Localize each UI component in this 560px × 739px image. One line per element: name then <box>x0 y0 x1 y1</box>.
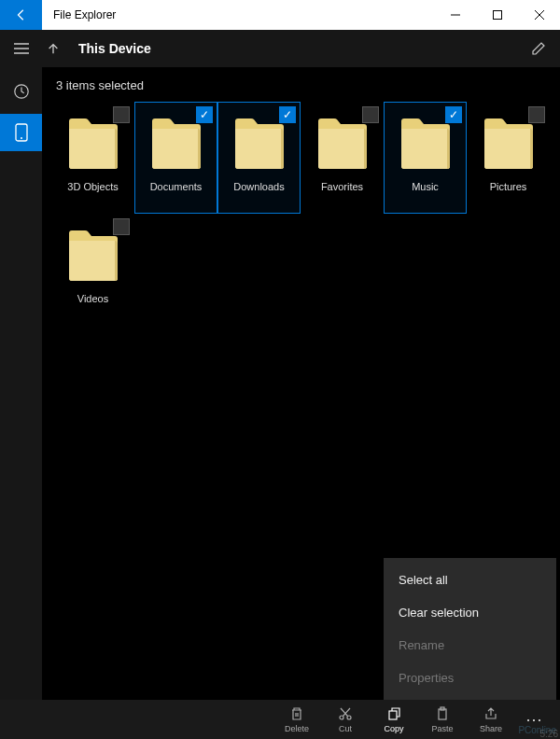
copy-icon <box>386 705 401 722</box>
svg-point-7 <box>21 137 22 139</box>
svg-point-8 <box>340 716 343 719</box>
svg-rect-1 <box>493 11 501 20</box>
folder-item[interactable]: ✓ Music <box>384 102 467 214</box>
folder-icon <box>65 222 121 286</box>
folder-icon <box>231 110 287 174</box>
folder-name: Downloads <box>233 181 284 192</box>
svg-point-9 <box>347 716 351 719</box>
paste-icon <box>435 705 450 722</box>
folder-name: Favorites <box>321 181 363 192</box>
folder-item[interactable]: Pictures <box>467 102 550 214</box>
selection-status: 3 items selected <box>51 78 551 92</box>
header: This Device <box>0 30 560 67</box>
close-button[interactable] <box>518 0 560 30</box>
folder-item[interactable]: ✓ Downloads <box>217 102 301 214</box>
context-menu-item: Properties <box>384 662 556 694</box>
toolbar-more-button[interactable]: ⋯ <box>515 700 553 739</box>
folder-name: Documents <box>150 181 203 192</box>
svg-rect-11 <box>439 709 446 719</box>
toolbar-delete-button[interactable]: Delete <box>273 700 321 739</box>
context-menu-item[interactable]: Clear selection <box>384 596 556 629</box>
toolbar-paste-button[interactable]: Paste <box>418 700 467 739</box>
bottom-toolbar: DeleteCutCopyPasteShare⋯ <box>0 700 560 739</box>
context-menu-item[interactable]: Select all <box>384 564 556 596</box>
edit-button[interactable] <box>525 35 553 63</box>
folder-name: 3D Objects <box>67 181 118 192</box>
folder-icon <box>148 110 204 174</box>
folder-name: Videos <box>77 293 108 304</box>
window-controls <box>434 0 560 30</box>
sidebar <box>0 67 42 705</box>
toolbar-label: Paste <box>431 724 453 733</box>
toolbar-label: Cut <box>339 724 352 733</box>
minimize-button[interactable] <box>434 0 476 30</box>
sidebar-item-this-device[interactable] <box>0 114 42 151</box>
context-menu-item: Rename <box>384 629 556 662</box>
hamburger-menu-button[interactable] <box>7 35 35 63</box>
share-icon <box>483 705 498 722</box>
back-button[interactable] <box>0 0 42 30</box>
up-arrow-button[interactable] <box>39 35 67 63</box>
folder-name: Music <box>412 181 439 192</box>
toolbar-label: Share <box>480 724 502 733</box>
context-menu: Select allClear selectionRenamePropertie… <box>384 558 556 700</box>
folder-icon <box>65 110 121 174</box>
toolbar-label: Copy <box>384 724 403 733</box>
window-title: File Explorer <box>42 8 434 21</box>
folder-grid: 3D Objects✓ Documents✓ Downloads Favorit… <box>51 102 551 326</box>
toolbar-label: Delete <box>285 724 309 733</box>
folder-icon <box>315 110 371 174</box>
maximize-button[interactable] <box>476 0 518 30</box>
folder-item[interactable]: Favorites <box>301 102 384 214</box>
toolbar-copy-button[interactable]: Copy <box>370 700 418 739</box>
folder-item[interactable]: 3D Objects <box>51 102 134 214</box>
titlebar: File Explorer <box>0 0 560 30</box>
folder-item[interactable]: ✓ Documents <box>134 102 217 214</box>
cut-icon <box>338 705 353 722</box>
toolbar-share-button[interactable]: Share <box>467 700 515 739</box>
svg-rect-10 <box>389 711 397 719</box>
sidebar-item-recent[interactable] <box>0 73 42 110</box>
folder-item[interactable]: Videos <box>51 214 134 326</box>
location-title: This Device <box>78 41 151 56</box>
folder-icon <box>481 110 537 174</box>
toolbar-cut-button[interactable]: Cut <box>321 700 370 739</box>
folder-icon <box>398 110 454 174</box>
folder-name: Pictures <box>490 181 527 192</box>
trash-icon <box>289 705 304 722</box>
